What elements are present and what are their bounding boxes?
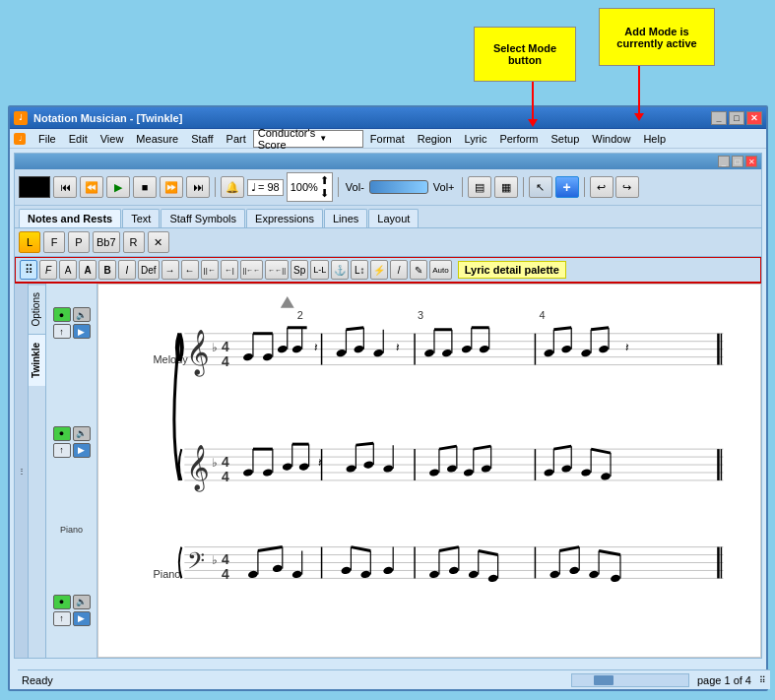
svg-text:𝄞: 𝄞 [186, 445, 210, 492]
play-button[interactable]: ▶ [106, 176, 130, 198]
sym-l-button[interactable]: L [19, 231, 40, 253]
piano-upper-speaker-button[interactable]: 🔈 [73, 426, 91, 441]
add-mode-button[interactable]: + [555, 176, 579, 198]
lyric-bold-b-btn[interactable]: B [98, 260, 116, 280]
scroll-bar[interactable] [571, 673, 689, 687]
skip-back-button[interactable]: ⏮ [53, 176, 77, 198]
lyric-sp-btn[interactable]: Sp [291, 260, 308, 280]
piano-upper-mute-button[interactable]: ● [53, 426, 71, 441]
lyric-pencil-btn[interactable]: ✎ [410, 260, 427, 280]
menu-region[interactable]: Region [412, 131, 458, 147]
lyric-italic-i-btn[interactable]: I [118, 260, 136, 280]
rewind-button[interactable]: ⏪ [80, 176, 103, 198]
svg-text:4: 4 [222, 566, 229, 582]
inner-restore-btn[interactable]: □ [732, 156, 743, 167]
melody-up-button[interactable]: ↑ [53, 324, 71, 339]
sym-x-button[interactable]: ✕ [148, 231, 169, 253]
piano-lower-mute-button[interactable]: ● [53, 595, 71, 609]
melody-mute-button[interactable]: ● [53, 307, 71, 322]
lyric-right-arrow-btn[interactable]: → [161, 260, 179, 280]
lyric-dbl-jump-btn[interactable]: ||←← [240, 260, 264, 280]
menu-edit[interactable]: Edit [63, 131, 94, 147]
piano-upper-up-button[interactable]: ↑ [53, 443, 71, 458]
menu-part[interactable]: Part [221, 131, 252, 147]
piano-lower-up-button[interactable]: ↑ [53, 611, 71, 626]
lyric-height-btn[interactable]: L↕ [351, 260, 368, 280]
tab-layout[interactable]: Layout [368, 209, 419, 227]
close-button[interactable]: ✕ [746, 111, 762, 125]
stop-button[interactable]: ■ [133, 176, 157, 198]
inner-minimize-btn[interactable]: _ [718, 156, 730, 167]
menu-window[interactable]: Window [586, 131, 636, 147]
sym-r-button[interactable]: R [123, 231, 145, 253]
lyric-italic-f-btn[interactable]: F [39, 260, 57, 280]
fast-forward-button[interactable]: ⏩ [160, 176, 183, 198]
zoom-stepper[interactable]: ⬆⬇ [320, 174, 329, 200]
lyric-jump-left-btn[interactable]: ||← [201, 260, 219, 280]
lyric-a-btn[interactable]: A [59, 260, 77, 280]
melody-track-controls: ● 🔈 ↑ ▶ [50, 307, 93, 339]
menu-format[interactable]: Format [364, 131, 411, 147]
sym-p-button[interactable]: P [68, 231, 90, 253]
lyric-auto-btn[interactable]: ⚡ [370, 260, 388, 280]
lyric-slash-btn[interactable]: / [390, 260, 408, 280]
svg-text:2: 2 [297, 309, 303, 321]
tab-notes-rests[interactable]: Notes and Rests [19, 209, 121, 227]
menu-lyric[interactable]: Lyric [459, 131, 493, 147]
melody-speaker-button[interactable]: 🔈 [73, 307, 91, 322]
select-mode-button[interactable]: ↖ [529, 176, 552, 198]
vtab-options[interactable]: Options [29, 284, 45, 334]
tab-staff-symbols[interactable]: Staff Symbols [161, 209, 245, 227]
inner-close-btn[interactable]: ✕ [745, 156, 757, 167]
piano-lower-speaker-button[interactable]: 🔈 [73, 595, 91, 609]
menu-file[interactable]: File [32, 131, 62, 147]
menu-measure[interactable]: Measure [130, 131, 184, 147]
skip-forward-button[interactable]: ⏭ [186, 176, 210, 198]
piano-lower-right-button[interactable]: ▶ [73, 611, 91, 626]
lyric-ll-btn[interactable]: L-L [310, 260, 329, 280]
minimize-button[interactable]: _ [711, 111, 727, 125]
scroll-thumb[interactable] [594, 675, 614, 685]
redo-button[interactable]: ↪ [615, 176, 639, 198]
lyric-auto2-btn[interactable]: Auto [429, 260, 451, 280]
lyric-dbl-bar-btn[interactable]: ←←|| [265, 260, 289, 280]
menu-setup[interactable]: Setup [546, 131, 586, 147]
part-view-button[interactable]: ▦ [494, 176, 518, 198]
sym-bb7-button[interactable]: Bb7 [93, 231, 120, 253]
vtab-twinkle[interactable]: Twinkle [29, 334, 45, 386]
piano-upper-row2: ↑ ▶ [53, 443, 91, 458]
lyric-bold-a-btn[interactable]: A [79, 260, 97, 280]
lyric-def-btn[interactable]: Def [138, 260, 160, 280]
svg-text:♭: ♭ [212, 341, 218, 354]
score-dropdown[interactable]: Conductor's Score ▼ [253, 130, 363, 148]
piano-upper-right-button[interactable]: ▶ [73, 443, 91, 458]
volume-slider[interactable] [369, 180, 428, 194]
lyric-bar-left-btn[interactable]: ←| [221, 260, 238, 280]
app-icon: ♩ [14, 111, 28, 125]
lyric-anchor-btn[interactable]: ⚓ [331, 260, 349, 280]
maximize-button[interactable]: □ [729, 111, 744, 125]
lyric-palette-label: Lyric detail palette [458, 261, 566, 279]
zoom-display[interactable]: 100% ⬆⬇ [287, 172, 333, 202]
svg-text:3: 3 [418, 309, 423, 321]
lyric-left-arrow-btn[interactable]: ← [181, 260, 199, 280]
score-dropdown-value: Conductor's Score [258, 127, 315, 151]
tab-expressions[interactable]: Expressions [246, 209, 323, 227]
tab-lines[interactable]: Lines [324, 209, 367, 227]
score-svg: 2 3 4 Melody 𝄞 4 4 [98, 285, 760, 657]
title-buttons: _ □ ✕ [711, 111, 762, 125]
svg-line-52 [591, 328, 609, 330]
tab-text[interactable]: Text [122, 209, 160, 227]
score-view-button[interactable]: ▤ [468, 176, 491, 198]
melody-right-button[interactable]: ▶ [73, 324, 91, 339]
score-area: ⋮ Options Twinkle ● 🔈 ↑ ▶ [15, 284, 761, 658]
menu-view[interactable]: View [95, 131, 130, 147]
sym-f-button[interactable]: F [43, 231, 65, 253]
menu-perform[interactable]: Perform [493, 131, 544, 147]
lyric-dotgrid-btn[interactable]: ⠿ [20, 260, 37, 280]
undo-button[interactable]: ↩ [590, 176, 614, 198]
menu-staff[interactable]: Staff [185, 131, 219, 147]
menu-help[interactable]: Help [637, 131, 672, 147]
color-display [19, 176, 50, 198]
metronome-button[interactable]: 🔔 [221, 176, 244, 198]
